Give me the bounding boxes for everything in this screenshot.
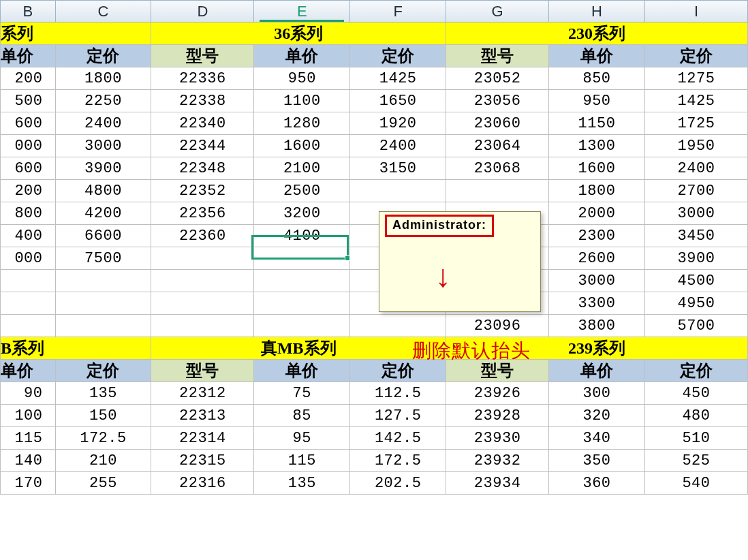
cell[interactable]: 23064 xyxy=(446,135,549,157)
cell[interactable]: 23068 xyxy=(446,157,549,180)
table-row[interactable]: 600390022348210031502306816002400 xyxy=(1,157,748,180)
cell[interactable]: 540 xyxy=(644,472,747,495)
cell[interactable]: 1600 xyxy=(549,157,645,180)
cell[interactable]: 480 xyxy=(644,405,747,427)
series-head-3[interactable]: 230系列 xyxy=(446,22,748,45)
subhead-H[interactable]: 单价 xyxy=(549,45,645,67)
cell[interactable]: 4200 xyxy=(55,202,151,225)
cell[interactable]: 100 xyxy=(1,405,56,427)
spreadsheet-grid[interactable]: B C D E F G H I 系列 36系列 230系列 单价 定价 型号 单… xyxy=(0,0,748,495)
cell[interactable]: 000 xyxy=(1,135,56,157)
cell[interactable]: 3900 xyxy=(55,157,151,180)
cell[interactable]: 202.5 xyxy=(350,472,446,495)
cell[interactable]: 950 xyxy=(549,90,645,112)
cell[interactable]: 1725 xyxy=(644,112,747,135)
cell[interactable]: 850 xyxy=(549,67,645,90)
cell[interactable]: 200 xyxy=(1,180,56,202)
series2-head-3[interactable]: 239系列 xyxy=(446,337,748,360)
cell[interactable]: 22312 xyxy=(151,382,254,405)
cell[interactable]: 3000 xyxy=(644,202,747,225)
cell[interactable]: 22338 xyxy=(151,90,254,112)
table-row[interactable]: 000750026003900 xyxy=(1,247,748,270)
cell[interactable]: 210 xyxy=(55,450,151,472)
table-row[interactable]: 2308830004500 xyxy=(1,270,748,292)
cell[interactable]: 23056 xyxy=(446,90,549,112)
cell[interactable]: 112.5 xyxy=(350,382,446,405)
cell[interactable]: 000 xyxy=(1,247,56,270)
cell[interactable]: 2700 xyxy=(644,180,747,202)
cell[interactable]: 7500 xyxy=(55,247,151,270)
cell[interactable]: 1300 xyxy=(549,135,645,157)
cell[interactable]: 3800 xyxy=(549,315,645,337)
cell[interactable]: 85 xyxy=(254,405,350,427)
series2-head-2[interactable]: 真MB系列 xyxy=(151,337,446,360)
subhead-F[interactable]: 定价 xyxy=(350,45,446,67)
table-row[interactable]: 115172.52231495142.523930340510 xyxy=(1,427,748,450)
cell[interactable]: 2400 xyxy=(644,157,747,180)
table-row[interactable]: 17025522316135202.523934360540 xyxy=(1,472,748,495)
cell[interactable]: 350 xyxy=(549,450,645,472)
cell[interactable]: 22316 xyxy=(151,472,254,495)
cell[interactable]: 320 xyxy=(549,405,645,427)
table-row[interactable]: 400660022360410023003450 xyxy=(1,225,748,247)
table-row[interactable]: 901352231275112.523926300450 xyxy=(1,382,748,405)
cell[interactable]: 510 xyxy=(644,427,747,450)
cell[interactable] xyxy=(151,315,254,337)
cell[interactable]: 1600 xyxy=(254,135,350,157)
subhead-C[interactable]: 定价 xyxy=(55,45,151,67)
col-head-G[interactable]: G xyxy=(446,1,549,22)
col-head-H[interactable]: H xyxy=(549,1,645,22)
cell[interactable] xyxy=(151,247,254,270)
cell[interactable]: 4800 xyxy=(55,180,151,202)
cell[interactable] xyxy=(350,180,446,202)
cell[interactable]: 172.5 xyxy=(55,427,151,450)
cell[interactable]: 6600 xyxy=(55,225,151,247)
cell[interactable]: 172.5 xyxy=(350,450,446,472)
cell[interactable] xyxy=(55,270,151,292)
subhead2-E[interactable]: 单价 xyxy=(254,360,350,382)
cell[interactable]: 300 xyxy=(549,382,645,405)
subhead2-F[interactable]: 定价 xyxy=(350,360,446,382)
cell[interactable]: 950 xyxy=(254,67,350,90)
cell[interactable]: 3450 xyxy=(644,225,747,247)
cell[interactable] xyxy=(1,270,56,292)
cell[interactable]: 3000 xyxy=(549,270,645,292)
cell[interactable]: 2100 xyxy=(254,157,350,180)
cell[interactable]: 170 xyxy=(1,472,56,495)
cell[interactable]: 500 xyxy=(1,90,56,112)
series-head-2[interactable]: 36系列 xyxy=(151,22,446,45)
col-head-I[interactable]: I xyxy=(644,1,747,22)
series-header-row[interactable]: 系列 36系列 230系列 xyxy=(1,22,748,45)
cell[interactable]: 2500 xyxy=(254,180,350,202)
cell[interactable]: 115 xyxy=(254,450,350,472)
col-head-D[interactable]: D xyxy=(151,1,254,22)
cell[interactable]: 23928 xyxy=(446,405,549,427)
cell[interactable]: 2400 xyxy=(55,112,151,135)
cell[interactable]: 22360 xyxy=(151,225,254,247)
table-row[interactable]: 2309233004950 xyxy=(1,292,748,315)
cell[interactable]: 1800 xyxy=(549,180,645,202)
cell[interactable]: 22352 xyxy=(151,180,254,202)
cell[interactable]: 200 xyxy=(1,67,56,90)
cell[interactable]: 255 xyxy=(55,472,151,495)
column-header-row[interactable]: B C D E F G H I xyxy=(1,1,748,22)
subhead2-I[interactable]: 定价 xyxy=(644,360,747,382)
cell[interactable]: 135 xyxy=(254,472,350,495)
table-row[interactable]: 800420022356320020003000 xyxy=(1,202,748,225)
cell[interactable]: 2600 xyxy=(549,247,645,270)
cell[interactable] xyxy=(55,292,151,315)
cell[interactable]: 1800 xyxy=(55,67,151,90)
cell[interactable]: 3150 xyxy=(350,157,446,180)
cell-comment-popup[interactable]: Administrator: xyxy=(379,211,541,312)
cell[interactable]: 1950 xyxy=(644,135,747,157)
cell[interactable]: 23932 xyxy=(446,450,549,472)
subhead2-G[interactable]: 型号 xyxy=(446,360,549,382)
cell[interactable]: 3000 xyxy=(55,135,151,157)
cell[interactable]: 95 xyxy=(254,427,350,450)
cell[interactable]: 4100 xyxy=(254,225,350,247)
cell[interactable]: 75 xyxy=(254,382,350,405)
cell[interactable] xyxy=(350,315,446,337)
cell[interactable]: 23052 xyxy=(446,67,549,90)
subhead-B[interactable]: 单价 xyxy=(1,45,56,67)
subhead2-H[interactable]: 单价 xyxy=(549,360,645,382)
